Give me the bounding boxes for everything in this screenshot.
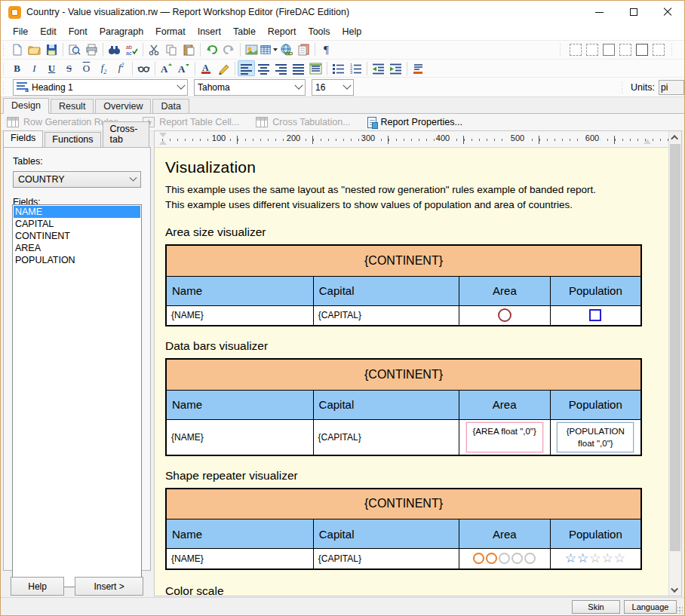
toolbar-grip[interactable]: [3, 81, 5, 93]
tab-fields[interactable]: Fields: [3, 130, 43, 147]
first-line-indent-marker[interactable]: [159, 133, 167, 137]
fit-width-button[interactable]: [307, 60, 324, 76]
paragraph-style-combo[interactable]: a Heading 1: [13, 79, 188, 96]
undo-button[interactable]: [203, 42, 220, 58]
align-justify-button[interactable]: [290, 60, 307, 76]
cross-tabulation-button[interactable]: Cross Tabulation...: [256, 117, 350, 127]
increase-indent-button[interactable]: [387, 60, 404, 76]
paragraph-color-button[interactable]: [410, 60, 427, 76]
close-button[interactable]: [650, 1, 684, 23]
tab-cross-tab[interactable]: Cross-tab: [103, 121, 149, 147]
report-table-cell-button[interactable]: ★ Report Table Cell...: [143, 117, 239, 127]
decrease-indent-button[interactable]: [370, 60, 387, 76]
vertical-scrollbar[interactable]: [668, 131, 681, 596]
field-item-name[interactable]: NAME: [14, 206, 140, 218]
insert-button[interactable]: Insert >: [75, 577, 143, 596]
toolbar-grip[interactable]: [622, 81, 624, 93]
zoom-button[interactable]: [66, 42, 83, 58]
font-color-button[interactable]: A: [198, 60, 215, 76]
tab-functions[interactable]: Functions: [45, 132, 100, 147]
redo-button[interactable]: [220, 42, 238, 58]
highlight-button[interactable]: [215, 60, 232, 76]
formatting-marks-button[interactable]: ¶: [318, 42, 335, 58]
underline-button[interactable]: U: [43, 60, 60, 76]
page-setup-button[interactable]: [295, 42, 312, 58]
bullet-list-button[interactable]: [330, 60, 347, 76]
toolbar-grip[interactable]: [671, 44, 674, 56]
skin-button[interactable]: Skin: [572, 600, 620, 614]
hidden-text-button[interactable]: [135, 60, 152, 76]
align-center-button[interactable]: [255, 60, 272, 76]
menu-insert[interactable]: Insert: [192, 25, 227, 38]
open-button[interactable]: [26, 42, 43, 58]
font-name-combo[interactable]: Tahoma: [194, 79, 306, 96]
find-button[interactable]: [106, 42, 123, 58]
resize-grip[interactable]: [675, 606, 683, 614]
menu-tools[interactable]: Tools: [302, 25, 336, 38]
italic-button[interactable]: I: [26, 60, 43, 76]
bold-button[interactable]: B: [8, 60, 26, 76]
new-document-button[interactable]: [8, 42, 26, 58]
border-none-button[interactable]: [570, 44, 582, 56]
minimize-button[interactable]: [582, 1, 616, 23]
scroll-down-button[interactable]: [669, 584, 681, 596]
paste-button[interactable]: [180, 42, 198, 58]
tab-overview[interactable]: Overview: [95, 99, 151, 113]
font-size-combo[interactable]: 16: [312, 79, 354, 96]
copy-button[interactable]: [163, 42, 180, 58]
document-page[interactable]: Visualization This example uses the same…: [155, 148, 668, 596]
menu-table[interactable]: Table: [227, 25, 262, 38]
menu-font[interactable]: Font: [63, 25, 94, 38]
right-indent-marker[interactable]: [644, 139, 651, 144]
tab-data[interactable]: Data: [152, 99, 189, 113]
toolbar-grip[interactable]: [3, 63, 5, 75]
superscript-button[interactable]: f2: [112, 60, 130, 76]
border-outline-button[interactable]: [603, 44, 615, 56]
cut-button[interactable]: [146, 42, 163, 58]
menu-report[interactable]: Report: [262, 25, 303, 38]
report-properties-button[interactable]: Report Properties...: [367, 117, 462, 128]
menu-format[interactable]: Format: [149, 25, 192, 38]
tab-result[interactable]: Result: [51, 99, 94, 113]
toolbar-grip[interactable]: [560, 44, 562, 56]
menu-file[interactable]: File: [7, 25, 34, 38]
numbered-list-button[interactable]: 123: [347, 60, 364, 76]
insert-image-button[interactable]: [243, 42, 260, 58]
shrink-font-button[interactable]: A: [175, 60, 192, 76]
subscript-button[interactable]: f2: [95, 60, 112, 76]
language-button[interactable]: Language: [624, 600, 677, 614]
tab-design[interactable]: Design: [3, 98, 49, 114]
maximize-button[interactable]: [616, 1, 650, 23]
menu-help[interactable]: Help: [336, 25, 368, 38]
field-item-capital[interactable]: CAPITAL: [14, 218, 140, 230]
insert-table-button[interactable]: [260, 42, 278, 58]
align-right-button[interactable]: [272, 60, 290, 76]
save-button[interactable]: [43, 42, 60, 58]
align-justify-icon: [292, 63, 305, 75]
tables-select[interactable]: COUNTRY: [13, 171, 141, 188]
print-preview-button[interactable]: [83, 42, 100, 58]
grow-font-button[interactable]: A: [158, 60, 175, 76]
field-item-area[interactable]: AREA: [14, 242, 140, 254]
overline-button[interactable]: O: [78, 60, 95, 76]
field-item-population[interactable]: POPULATION: [14, 254, 140, 266]
border-left-button[interactable]: [586, 44, 598, 56]
column-header-capital: Capital: [313, 519, 459, 549]
field-item-continent[interactable]: CONTINENT: [14, 230, 140, 242]
fields-listbox[interactable]: NAME CAPITAL CONTINENT AREA POPULATION: [12, 204, 142, 587]
hyperlink-button[interactable]: [278, 42, 295, 58]
scrollbar-thumb[interactable]: [670, 144, 680, 551]
units-select[interactable]: pi: [659, 80, 684, 95]
spellcheck-button[interactable]: abac: [123, 42, 140, 58]
menu-edit[interactable]: Edit: [34, 25, 63, 38]
strikethrough-button[interactable]: S: [60, 60, 78, 76]
border-inside-button[interactable]: [653, 44, 665, 56]
border-bottom-button[interactable]: [619, 44, 631, 56]
left-indent-marker[interactable]: [159, 140, 167, 145]
menu-paragraph[interactable]: Paragraph: [94, 25, 149, 38]
toolbar-grip[interactable]: [3, 44, 5, 56]
align-left-button[interactable]: [238, 60, 255, 76]
border-all-button[interactable]: [636, 44, 648, 56]
help-button[interactable]: Help: [11, 577, 64, 596]
scroll-up-button[interactable]: [669, 131, 681, 143]
